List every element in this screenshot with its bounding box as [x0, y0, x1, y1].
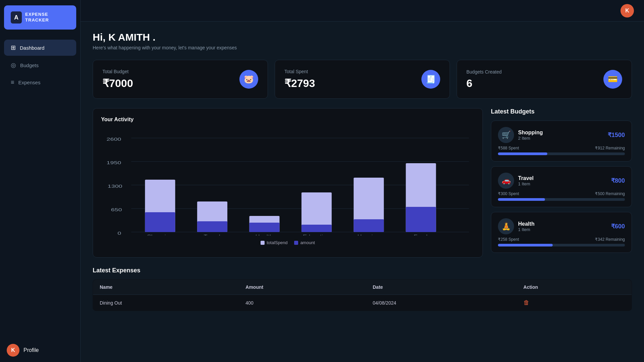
expenses-icon: ≡ [11, 79, 14, 86]
shopping-remaining: ₹912 Remaining [595, 146, 625, 150]
sidebar-logo[interactable]: A EXPENSE TRACKER [4, 5, 76, 30]
shopping-budget-bottom: ₹588 Spent ₹912 Remaining [498, 146, 625, 150]
col-amount: Amount [239, 280, 366, 295]
bar-travel-spend [197, 221, 227, 232]
sidebar-item-budgets[interactable]: ◎ Budgets [4, 57, 76, 73]
health-amount: ₹600 [611, 223, 625, 230]
stat-created-icon: 💳 [603, 70, 622, 89]
svg-text:2600: 2600 [106, 137, 121, 141]
stat-created-value: 6 [466, 77, 502, 90]
budget-card-shopping-left: 🛒 Shopping 2 Item [498, 127, 543, 143]
topbar: K [81, 0, 644, 21]
activity-bar-chart: 0 650 1300 1950 2600 Shopping [101, 128, 474, 235]
sidebar-label-expenses: Expenses [18, 80, 41, 85]
travel-items: 1 Item [518, 181, 534, 186]
col-action: Action [517, 280, 632, 295]
health-name: Health [518, 221, 535, 227]
delete-icon[interactable]: 🗑 [523, 299, 530, 306]
stat-card-created: Budgets Created 6 💳 [457, 60, 632, 99]
budget-card-travel-top: 🚗 Travel 1 Item ₹800 [498, 173, 625, 189]
stat-created-info: Budgets Created 6 [466, 69, 502, 90]
chart-title: Your Activity [101, 117, 474, 123]
budget-card-travel-left: 🚗 Travel 1 Item [498, 173, 534, 189]
greeting-title: Hi, K AMITH . [93, 32, 632, 43]
expense-amount: 400 [239, 295, 366, 311]
shopping-amount: ₹1500 [608, 131, 625, 139]
stat-spent-icon: 🧾 [421, 70, 440, 89]
sidebar-item-expenses[interactable]: ≡ Expenses [4, 75, 76, 90]
logo-icon: A [11, 11, 22, 24]
travel-remaining: ₹500 Remaining [595, 191, 625, 196]
stat-cards: Total Budget ₹7000 🐷 Total Spent ₹2793 🧾… [93, 60, 632, 99]
budget-card-travel: 🚗 Travel 1 Item ₹800 ₹300 Spent ₹500 Rem… [491, 166, 632, 207]
travel-progress-fill [498, 198, 545, 201]
budget-card-health-info: Health 1 Item [518, 221, 535, 232]
sidebar-profile[interactable]: K Profile [0, 338, 80, 362]
expenses-title: Latest Expenses [93, 267, 632, 274]
expense-date: 04/08/2024 [366, 295, 517, 311]
sidebar-item-dashboard[interactable]: ⊞ Dashboard [4, 40, 76, 56]
topbar-avatar[interactable]: K [620, 4, 634, 17]
svg-text:650: 650 [111, 208, 122, 212]
budget-card-travel-info: Travel 1 Item [518, 175, 534, 186]
expenses-section: Latest Expenses Name Amount Date Action … [93, 267, 632, 311]
svg-text:0: 0 [118, 231, 121, 235]
latest-budgets-title: Latest Budgets [491, 108, 632, 115]
expense-name: Dining Out [93, 295, 239, 311]
shopping-name: Shopping [518, 130, 543, 136]
svg-text:1300: 1300 [108, 184, 123, 188]
stat-card-spent: Total Spent ₹2793 🧾 [275, 60, 450, 99]
budget-card-health-left: 🧘 Health 1 Item [498, 218, 535, 234]
health-progress-bg [498, 244, 625, 246]
app-name: EXPENSE TRACKER [25, 12, 70, 23]
travel-name: Travel [518, 175, 534, 181]
content-area: Hi, K AMITH . Here's what happening with… [81, 21, 644, 362]
bar-housing-spend [354, 219, 384, 232]
travel-icon: 🚗 [498, 173, 514, 189]
shopping-progress-fill [498, 152, 547, 155]
stat-budget-label: Total Budget [102, 69, 133, 74]
legend-dot-totalspend [261, 241, 265, 245]
budget-card-shopping-info: Shopping 2 Item [518, 130, 543, 141]
legend-dot-amount [294, 241, 298, 245]
shopping-spent: ₹588 Spent [498, 146, 519, 150]
shopping-progress-bg [498, 152, 625, 155]
budget-card-health: 🧘 Health 1 Item ₹600 ₹258 Spent ₹342 Rem… [491, 212, 632, 253]
health-remaining: ₹342 Remaining [595, 237, 625, 242]
health-icon: 🧘 [498, 218, 514, 234]
svg-text:Housing: Housing [357, 234, 379, 235]
health-progress-fill [498, 244, 553, 246]
shopping-items: 2 Item [518, 136, 543, 141]
travel-amount: ₹800 [611, 177, 625, 184]
bottom-row: Your Activity 0 650 1300 1950 2600 [93, 108, 632, 258]
svg-text:Shopping: Shopping [147, 234, 173, 235]
expense-action: 🗑 [517, 295, 632, 311]
col-date: Date [366, 280, 517, 295]
chart-section: Your Activity 0 650 1300 1950 2600 [93, 108, 483, 258]
svg-text:Travel: Travel [204, 234, 220, 235]
stat-spent-info: Total Spent ₹2793 [284, 69, 315, 90]
health-spent: ₹258 Spent [498, 237, 519, 242]
profile-label: Profile [24, 347, 39, 353]
travel-spent: ₹300 Spent [498, 191, 519, 196]
stat-budget-info: Total Budget ₹7000 [102, 69, 133, 90]
stat-created-label: Budgets Created [466, 69, 502, 75]
stat-spent-value: ₹2793 [284, 77, 315, 90]
bar-shopping-spend [145, 212, 175, 232]
budget-card-shopping: 🛒 Shopping 2 Item ₹1500 ₹588 Spent ₹912 … [491, 121, 632, 162]
health-items: 1 Item [518, 227, 535, 232]
svg-text:Health: Health [256, 234, 273, 235]
sidebar-label-budgets: Budgets [20, 62, 39, 68]
stat-budget-icon: 🐷 [239, 70, 258, 89]
table-row: Dining Out 400 04/08/2024 🗑 [93, 295, 632, 311]
shopping-icon: 🛒 [498, 127, 514, 143]
dashboard-icon: ⊞ [11, 44, 16, 51]
bar-education-spend [302, 225, 332, 232]
travel-budget-bottom: ₹300 Spent ₹500 Remaining [498, 191, 625, 196]
col-name: Name [93, 280, 239, 295]
stat-card-budget: Total Budget ₹7000 🐷 [93, 60, 268, 99]
budget-card-health-top: 🧘 Health 1 Item ₹600 [498, 218, 625, 234]
sidebar: A EXPENSE TRACKER ⊞ Dashboard ◎ Budgets … [0, 0, 81, 362]
main-content: K Hi, K AMITH . Here's what happening wi… [81, 0, 644, 362]
stat-budget-value: ₹7000 [102, 77, 133, 90]
